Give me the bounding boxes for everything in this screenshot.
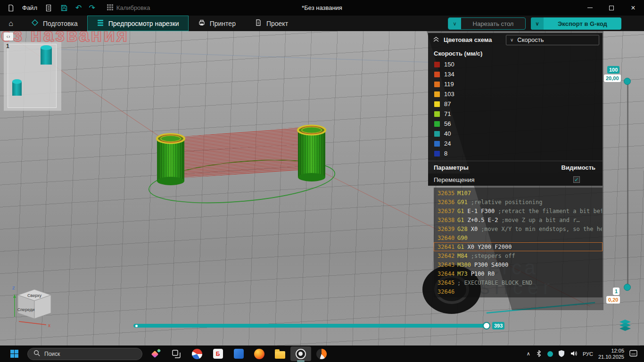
gcode-line-number: 32638: [438, 217, 457, 223]
gcode-line-number: 32644: [438, 271, 457, 277]
save-icon[interactable]: [60, 4, 68, 12]
notification-center-icon[interactable]: [629, 350, 637, 358]
legend-color-swatch: [434, 151, 440, 156]
chevron-down-icon[interactable]: ∨: [531, 17, 544, 30]
search-box[interactable]: Поиск: [27, 348, 142, 360]
plate-thumbnail[interactable]: 1: [4, 42, 61, 111]
gcode-line[interactable]: 32635 M107: [434, 189, 603, 197]
slicer-app-icon[interactable]: [290, 346, 311, 361]
file-menu[interactable]: Файл: [22, 4, 37, 11]
browser-icon[interactable]: [187, 346, 207, 361]
volume-icon[interactable]: [570, 350, 578, 358]
clock[interactable]: 12:05 21.10.2025: [598, 348, 624, 360]
gcode-line[interactable]: 32637 G1 E-1 F300 ;retract the filament …: [434, 206, 603, 215]
slicer-tray-icon[interactable]: [547, 351, 553, 357]
thumbnail-collapse-button[interactable]: ‹›: [4, 33, 13, 41]
gcode-line[interactable]: 32644 M73 P100 R0: [434, 269, 603, 278]
shield-icon[interactable]: [558, 350, 565, 358]
gcode-command: M300: [457, 262, 471, 268]
layer-slider-track[interactable]: [627, 78, 628, 288]
legend-value: 24: [444, 140, 451, 147]
gcode-line[interactable]: 32639 G28 X0 ;move X/Y to min endstops, …: [434, 224, 603, 233]
copilot-icon[interactable]: [145, 346, 166, 361]
close-button[interactable]: ×: [622, 0, 644, 16]
search-icon: [33, 350, 41, 358]
language-indicator[interactable]: РУС: [583, 351, 593, 357]
preview-layers-icon: [97, 19, 104, 28]
tab-printer[interactable]: Принтер: [189, 16, 245, 31]
minimize-button[interactable]: [579, 0, 601, 16]
view-cube[interactable]: Сверху Спереди Z x: [11, 284, 57, 329]
legend-color-swatch: [434, 131, 440, 137]
undo-icon[interactable]: ↶: [75, 4, 82, 12]
task-view-icon[interactable]: [166, 346, 187, 361]
gcode-line-number: 32641: [438, 244, 457, 250]
chevron-down-icon[interactable]: ∨: [448, 18, 461, 29]
gcode-comment: ; EXECUTABLE_BLOCK_END: [457, 280, 532, 286]
bluetooth-icon[interactable]: [536, 350, 542, 358]
layer-slider-top-handle[interactable]: [624, 78, 631, 85]
tray-expand-icon[interactable]: ∧: [527, 351, 530, 357]
second-slicer-app-icon[interactable]: [311, 346, 332, 361]
gcode-params: X0 Y200 F2000: [467, 244, 512, 250]
layers-view-button[interactable]: [619, 319, 632, 331]
tab-preview[interactable]: Предпросмотр нарезки: [87, 16, 189, 31]
gcode-line[interactable]: 32638 G1 Z+0.5 E-2 ;move Z up a bit and …: [434, 215, 603, 224]
gcode-command: G1: [457, 217, 464, 223]
view-cube-top-label[interactable]: Сверху: [27, 293, 42, 298]
firefox-icon[interactable]: [249, 346, 270, 361]
plate-number: 1: [6, 43, 9, 49]
travel-label: Перемещения: [434, 176, 474, 183]
export-gcode-button[interactable]: ∨ Экспорт в G-код: [531, 17, 621, 30]
app-card-icon[interactable]: Б: [207, 346, 228, 361]
gcode-line[interactable]: 32646: [434, 287, 603, 296]
calibration-label: Калибровка: [116, 4, 150, 11]
color-scheme-dropdown[interactable]: ∨ Скорость: [506, 35, 599, 45]
start-button[interactable]: [4, 346, 25, 361]
gcode-line[interactable]: 32643 M300 P300 S4000: [434, 260, 603, 269]
tab-label: Подготовка: [43, 20, 78, 27]
view-cube-front-label[interactable]: Спереди: [17, 307, 34, 312]
collapse-legend-icon[interactable]: [433, 36, 439, 44]
gcode-line-number: 32635: [438, 190, 457, 197]
moves-slider-handle[interactable]: [483, 322, 490, 329]
travel-checkbox[interactable]: ✓: [573, 176, 580, 183]
maximize-button[interactable]: [601, 0, 622, 16]
gcode-line-number: 32646: [438, 288, 457, 295]
tab-project[interactable]: Проект: [245, 16, 297, 31]
gcode-line[interactable]: 32640 G90: [434, 233, 603, 242]
gcode-line[interactable]: 32642 M84 ;steppers off: [434, 251, 603, 260]
gcode-line-number: 32643: [438, 262, 457, 268]
gcode-viewer-panel: 32635 M107 32636 G91 ;relative positioni…: [434, 188, 603, 297]
layer-bottom-value: 1: [613, 288, 619, 295]
gcode-line[interactable]: 32641 G1 X0 Y200 F2000: [434, 242, 603, 251]
gcode-line[interactable]: 32645 ; EXECUTABLE_BLOCK_END: [434, 278, 603, 287]
printer-icon: [198, 19, 206, 28]
gcode-command: G28: [457, 226, 468, 232]
legend-value: 56: [444, 120, 451, 127]
files-app-icon[interactable]: [228, 346, 249, 361]
color-scheme-title: Цветовая схема: [444, 36, 492, 43]
gcode-line[interactable]: 32636 G91 ;relative positioning: [434, 197, 603, 206]
thumbnail-object: [41, 48, 52, 65]
tab-home[interactable]: ⌂: [0, 16, 22, 31]
redo-icon[interactable]: ↷: [89, 4, 95, 12]
layer-slider-bottom-handle[interactable]: [624, 284, 631, 291]
thumbnail-object: [12, 82, 22, 96]
slice-plate-button[interactable]: ∨ Нарезать стол: [448, 17, 526, 30]
explorer-folder-icon[interactable]: [270, 346, 290, 361]
calibration-icon: [107, 4, 113, 12]
tab-label: Принтер: [210, 20, 236, 27]
notes-icon[interactable]: [44, 4, 53, 12]
selected-scheme: Скорость: [517, 36, 544, 43]
legend-color-swatch: [434, 91, 440, 97]
new-project-icon[interactable]: [7, 4, 15, 12]
legend-item: 8: [428, 148, 603, 158]
moves-slider-track[interactable]: [133, 324, 490, 328]
tab-prepare[interactable]: Подготовка: [22, 16, 87, 31]
gcode-comment: ;move Z up a bit and r…: [501, 217, 579, 223]
gcode-command: G90: [457, 235, 468, 241]
gcode-comment: ;relative positioning: [471, 199, 543, 206]
gcode-command: M107: [457, 190, 471, 197]
home-icon: ⌂: [8, 19, 13, 28]
